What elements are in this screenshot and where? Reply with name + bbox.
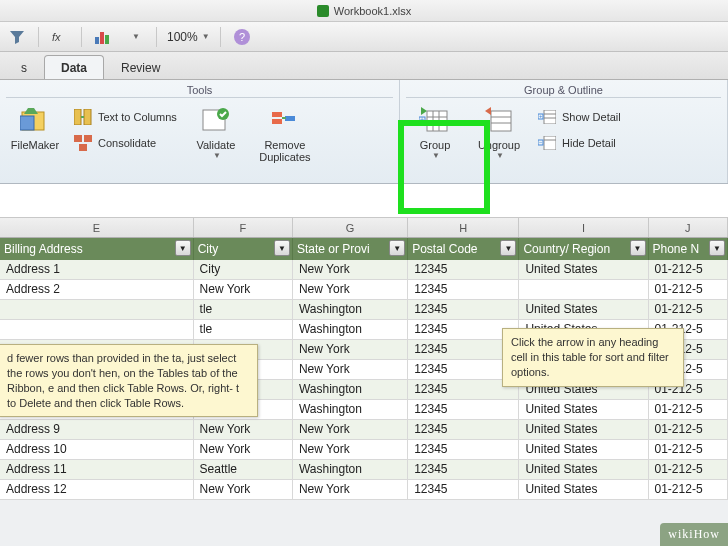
- validate-button[interactable]: Validate▼: [187, 100, 245, 164]
- cell[interactable]: 12345: [408, 280, 519, 299]
- filter-arrow-icon[interactable]: ▼: [500, 240, 516, 256]
- cell[interactable]: City: [194, 260, 293, 279]
- cell[interactable]: Address 10: [0, 440, 194, 459]
- cell[interactable]: New York: [293, 480, 408, 499]
- table-row[interactable]: Address 10New YorkNew York12345United St…: [0, 440, 728, 460]
- svg-rect-33: [544, 136, 556, 150]
- quick-access-toolbar: fx ▼ 100%▼ ?: [0, 22, 728, 52]
- cell[interactable]: New York: [293, 440, 408, 459]
- filter-arrow-icon[interactable]: ▼: [389, 240, 405, 256]
- cell[interactable]: United States: [519, 300, 648, 319]
- fx-icon[interactable]: fx: [49, 26, 71, 48]
- group-icon: +: [419, 104, 451, 136]
- col-header-G[interactable]: G: [293, 218, 408, 237]
- cell[interactable]: 12345: [408, 420, 519, 439]
- cell[interactable]: New York: [194, 440, 293, 459]
- cell[interactable]: [519, 280, 648, 299]
- zoom-control[interactable]: 100%▼: [167, 30, 210, 44]
- cell[interactable]: 12345: [408, 480, 519, 499]
- cell[interactable]: Washington: [293, 460, 408, 479]
- show-detail-button[interactable]: + Show Detail: [534, 106, 625, 128]
- cell[interactable]: Washington: [293, 300, 408, 319]
- cell[interactable]: Address 12: [0, 480, 194, 499]
- cell[interactable]: Washington: [293, 380, 408, 399]
- cell[interactable]: United States: [519, 440, 648, 459]
- filter-arrow-icon[interactable]: ▼: [630, 240, 646, 256]
- cell[interactable]: 12345: [408, 300, 519, 319]
- table-row[interactable]: Address 2New YorkNew York1234501-212-5: [0, 280, 728, 300]
- cell[interactable]: tle: [194, 300, 293, 319]
- header-country: Country/ Region▼: [519, 238, 648, 260]
- cell[interactable]: Address 9: [0, 420, 194, 439]
- cell[interactable]: New York: [194, 420, 293, 439]
- cell[interactable]: 12345: [408, 260, 519, 279]
- col-header-H[interactable]: H: [408, 218, 519, 237]
- cell[interactable]: 01-212-5: [649, 460, 728, 479]
- cell[interactable]: Address 1: [0, 260, 194, 279]
- table-row[interactable]: tleWashington12345United States01-212-5: [0, 300, 728, 320]
- tab-data[interactable]: Data: [44, 55, 104, 79]
- filter-icon[interactable]: [6, 26, 28, 48]
- cell[interactable]: United States: [519, 420, 648, 439]
- cell[interactable]: 01-212-5: [649, 260, 728, 279]
- col-header-F[interactable]: F: [194, 218, 293, 237]
- help-icon[interactable]: ?: [231, 26, 253, 48]
- remove-duplicates-button[interactable]: Remove Duplicates: [251, 100, 319, 167]
- cell[interactable]: 01-212-5: [649, 440, 728, 459]
- tab-partial[interactable]: s: [4, 55, 44, 79]
- cell[interactable]: [0, 320, 194, 339]
- table-row[interactable]: Address 12New YorkNew York12345United St…: [0, 480, 728, 500]
- cell[interactable]: Washington: [293, 400, 408, 419]
- hide-detail-button[interactable]: − Hide Detail: [534, 132, 625, 154]
- table-row[interactable]: Address 11SeattleWashington12345United S…: [0, 460, 728, 480]
- consolidate-button[interactable]: Consolidate: [70, 132, 181, 154]
- cell[interactable]: Address 2: [0, 280, 194, 299]
- svg-text:?: ?: [239, 31, 245, 43]
- chart-icon[interactable]: [92, 26, 114, 48]
- col-header-E[interactable]: E: [0, 218, 194, 237]
- cell[interactable]: 01-212-5: [649, 300, 728, 319]
- cell[interactable]: Address 11: [0, 460, 194, 479]
- col-header-I[interactable]: I: [519, 218, 648, 237]
- tab-review[interactable]: Review: [104, 55, 177, 79]
- cell[interactable]: United States: [519, 400, 648, 419]
- cell[interactable]: New York: [293, 280, 408, 299]
- cell[interactable]: 12345: [408, 400, 519, 419]
- header-city: City▼: [194, 238, 293, 260]
- show-detail-icon: +: [538, 108, 556, 126]
- cell[interactable]: tle: [194, 320, 293, 339]
- cell[interactable]: New York: [293, 260, 408, 279]
- filter-arrow-icon[interactable]: ▼: [709, 240, 725, 256]
- cell[interactable]: United States: [519, 480, 648, 499]
- table-row[interactable]: Address 1CityNew York12345United States0…: [0, 260, 728, 280]
- svg-rect-2: [100, 32, 104, 44]
- cell[interactable]: New York: [293, 420, 408, 439]
- cell[interactable]: [0, 300, 194, 319]
- ungroup-button[interactable]: Ungroup▼: [470, 100, 528, 164]
- cell[interactable]: 01-212-5: [649, 280, 728, 299]
- filter-arrow-icon[interactable]: ▼: [274, 240, 290, 256]
- filter-arrow-icon[interactable]: ▼: [175, 240, 191, 256]
- cell[interactable]: 01-212-5: [649, 480, 728, 499]
- text-to-columns-button[interactable]: Text to Columns: [70, 106, 181, 128]
- cell[interactable]: 12345: [408, 460, 519, 479]
- cell[interactable]: 01-212-5: [649, 420, 728, 439]
- filemaker-button[interactable]: FileMaker: [6, 100, 64, 155]
- svg-rect-10: [74, 135, 82, 142]
- cell[interactable]: New York: [293, 340, 408, 359]
- cell[interactable]: United States: [519, 260, 648, 279]
- cell[interactable]: 01-212-5: [649, 400, 728, 419]
- text-to-columns-icon: [74, 108, 92, 126]
- cell[interactable]: 12345: [408, 440, 519, 459]
- table-row[interactable]: Address 9New YorkNew York12345United Sta…: [0, 420, 728, 440]
- svg-rect-3: [105, 35, 109, 44]
- cell[interactable]: Seattle: [194, 460, 293, 479]
- cell[interactable]: New York: [194, 480, 293, 499]
- cell[interactable]: Washington: [293, 320, 408, 339]
- cell[interactable]: United States: [519, 460, 648, 479]
- chart-dropdown-icon[interactable]: ▼: [124, 26, 146, 48]
- col-header-J[interactable]: J: [649, 218, 728, 237]
- cell[interactable]: New York: [293, 360, 408, 379]
- cell[interactable]: New York: [194, 280, 293, 299]
- group-button[interactable]: + Group▼: [406, 100, 464, 164]
